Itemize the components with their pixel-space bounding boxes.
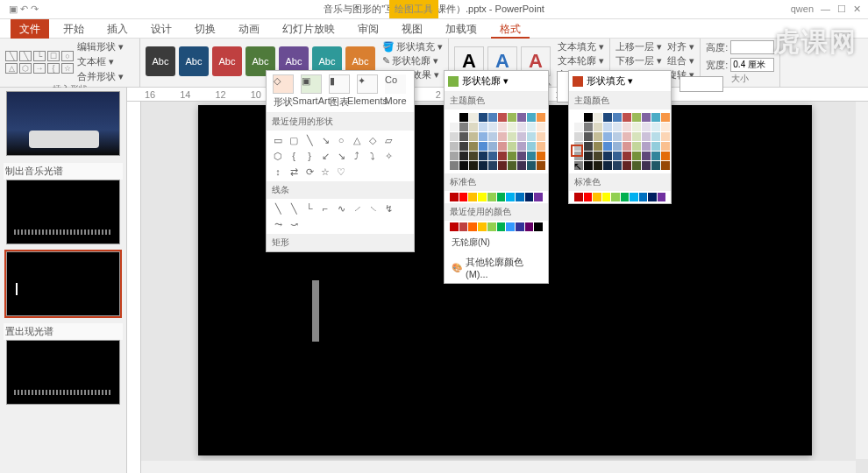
tab-animations[interactable]: 动画 [230, 19, 268, 39]
recent-shapes[interactable]: ▭▢╲↘○△◇▱⬡{} ↙↘⤴⤵✧↕⇄⟳☆♡ [267, 131, 414, 181]
tab-format[interactable]: 格式 [491, 19, 530, 39]
recent-colors[interactable] [445, 221, 548, 233]
sec-recent: 最近使用的形状 [267, 113, 414, 131]
btn-group[interactable]: 组合 ▾ [667, 54, 694, 67]
btn-shape-outline[interactable]: ✎ 形状轮廓 ▾ [382, 54, 443, 67]
sec-rects: 矩形 [267, 234, 414, 251]
menu-no-outline[interactable]: 无轮廓(N) [445, 233, 548, 252]
style-swatch[interactable]: Abc [146, 46, 175, 76]
menu-more-colors[interactable]: 🎨 其他轮廓颜色(M)... [445, 252, 548, 283]
thumb-1[interactable] [4, 91, 123, 156]
scrollbar-horizontal[interactable] [141, 461, 856, 473]
bucket-icon [573, 76, 583, 87]
ribbon-tabs: 绘图工具 文件 开始 插入 设计 切换 动画 幻灯片放映 审阅 视图 加载项 格… [0, 19, 868, 39]
ruler-vertical [127, 102, 141, 473]
shape-fill-dropdown[interactable]: 形状填充 ▾ 主题颜色 ↖ 标准色 [568, 70, 672, 204]
group-insert-shape: ╲╲└☐○ △⬡→{☆ 编辑形状 ▾ 文本框 ▾ 合并形状 ▾ 插入形状 [0, 39, 140, 87]
fill-header: 形状填充 ▾ [587, 74, 633, 88]
btn-text-box[interactable]: 文本框 ▾ [77, 55, 124, 68]
shape-outline-dropdown[interactable]: 形状轮廓 ▾ A 艺术字 主题颜色 标准色 最近使用的颜色 无轮廓(N) 🎨 其… [444, 70, 549, 284]
tab-home[interactable]: 开始 [54, 19, 93, 39]
label-height: 高度: [706, 41, 728, 54]
btn-align[interactable]: 对齐 ▾ [667, 40, 694, 53]
btn-edit-shape[interactable]: 编辑形状 ▾ [77, 40, 124, 53]
btn-merge-shapes[interactable]: 合并形状 ▾ [77, 70, 124, 83]
label-width: 宽度: [706, 59, 728, 72]
minimize-icon[interactable]: — [821, 4, 830, 15]
btn-bring-forward[interactable]: 上移一层 ▾ [615, 40, 662, 53]
slide-thumbnails[interactable]: 制出音乐光谱 置出现光谱 [0, 88, 127, 473]
workspace: 制出音乐光谱 置出现光谱 1614121086420246810121416 [0, 88, 868, 473]
shapes-dropdown[interactable]: ◇形状 ▣SmartArt ▮图表 ✦Elements CoMore 最近使用的… [266, 70, 415, 252]
ribbon: ╲╲└☐○ △⬡→{☆ 编辑形状 ▾ 文本框 ▾ 合并形状 ▾ 插入形状 Abc… [0, 39, 868, 88]
close-icon[interactable]: ✕ [853, 4, 861, 15]
maximize-icon[interactable]: ☐ [837, 4, 846, 15]
tab-view[interactable]: 视图 [393, 19, 431, 39]
tab-file[interactable]: 文件 [11, 19, 49, 39]
thumb-3[interactable] [4, 251, 123, 316]
scrollbar-vertical[interactable] [856, 102, 868, 459]
btn-elements[interactable]: ✦Elements [354, 74, 381, 109]
standard-colors[interactable] [569, 191, 671, 203]
user-name[interactable]: qwen [791, 4, 814, 15]
tab-slideshow[interactable]: 幻灯片放映 [274, 19, 344, 39]
qat[interactable]: ▣ ↶ ↷ [9, 4, 39, 15]
input-height[interactable] [730, 40, 774, 54]
thumb-2[interactable]: 制出音乐光谱 [4, 163, 123, 244]
btn-text-outline[interactable]: 文本轮廓 ▾ [558, 54, 604, 67]
btn-more[interactable]: CoMore [382, 74, 409, 109]
contextual-tab-label: 绘图工具 [389, 0, 438, 18]
tab-addins[interactable]: 加载项 [437, 19, 486, 39]
color-input[interactable] [679, 76, 723, 92]
tab-transitions[interactable]: 切换 [186, 19, 224, 39]
window-controls: qwen — ☐ ✕ [791, 4, 861, 15]
line-shapes[interactable]: ╲╲└⌐∿⟋⟍↯⤳⤻ [267, 199, 414, 234]
btn-text-fill[interactable]: 文本填充 ▾ [558, 40, 604, 53]
btn-shape-fill[interactable]: 🪣 形状填充 ▾ [382, 40, 443, 53]
theme-colors[interactable] [445, 109, 548, 173]
standard-colors[interactable] [445, 191, 548, 203]
style-swatch[interactable]: Abc [179, 46, 209, 76]
tab-insert[interactable]: 插入 [98, 19, 137, 39]
btn-smartart[interactable]: ▣SmartArt [298, 74, 324, 109]
pen-icon [448, 76, 459, 87]
style-swatch[interactable]: Abc [212, 46, 242, 76]
outline-header: 形状轮廓 ▾ [462, 74, 509, 88]
input-width[interactable] [730, 58, 774, 72]
tab-review[interactable]: 审阅 [349, 19, 388, 39]
theme-colors[interactable] [569, 109, 671, 173]
selected-shape[interactable] [312, 280, 319, 342]
thumb-4[interactable]: 置出现光谱 [4, 323, 123, 405]
tab-design[interactable]: 设计 [142, 19, 181, 39]
sec-lines: 线条 [267, 181, 414, 199]
btn-send-backward[interactable]: 下移一层 ▾ [615, 54, 662, 67]
shape-gallery[interactable]: ╲╲└☐○ △⬡→{☆ [5, 51, 74, 74]
